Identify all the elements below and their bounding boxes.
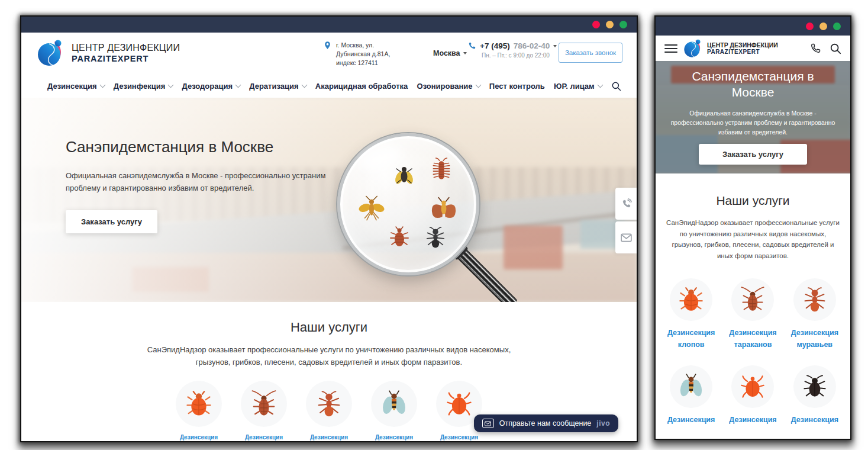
callback-tool-button[interactable] <box>615 188 637 220</box>
tick-icon <box>446 390 473 417</box>
nav-search-button[interactable] <box>611 81 621 91</box>
nav-item-ozonirovanie[interactable]: Озонирование <box>417 82 480 91</box>
nav-label: Дезинфекция <box>114 82 165 91</box>
nav-label: Акарицидная обработка <box>315 82 408 91</box>
service-label: Дезинсекция <box>245 434 283 441</box>
service-item-muravev[interactable]: Дезинсекциямуравьев <box>301 381 357 441</box>
service-item-tarakanov[interactable]: Дезинсекциятараканов <box>236 381 292 441</box>
service-label: Дезинсекция <box>791 329 838 337</box>
phone-button[interactable] <box>809 43 821 54</box>
hero-title: Санэпидемстанция в Москве <box>656 68 850 101</box>
logo[interactable]: ЦЕНТР ДЕЗИНФЕКЦИИ PARAZITEXPERT <box>683 38 778 58</box>
ringing-phone-icon <box>620 198 633 210</box>
phone-number: +7 (495) 786-02-40 <box>467 41 557 50</box>
service-item-os[interactable]: Дезинсекция <box>660 365 722 426</box>
louse-icon <box>388 225 411 249</box>
chevron-down-icon <box>168 82 174 88</box>
cockroach-icon <box>250 390 277 417</box>
ant-icon <box>802 287 828 313</box>
services-title: Наши услуги <box>21 320 637 335</box>
close-window-dot[interactable] <box>806 22 814 30</box>
nav-label: Дератизация <box>249 82 298 91</box>
service-item-tarakanov[interactable]: Дезинсекциятараканов <box>722 278 783 351</box>
bedbug-icon <box>185 390 212 417</box>
envelope-icon <box>621 233 632 242</box>
maximize-window-dot[interactable] <box>619 21 627 28</box>
bedbug-icon <box>678 287 704 313</box>
brand-text: ЦЕНТР ДЕЗИНФЕКЦИИ PARAZITEXPERT <box>72 43 180 63</box>
hero-description: Официальная санэпидемслужба в Москве - п… <box>656 108 850 137</box>
service-label: Дезинсекция <box>729 416 776 424</box>
logo-icon <box>37 38 65 67</box>
order-service-button[interactable]: Заказать услугу <box>699 144 807 165</box>
nav-item-pest-kontrol[interactable]: Пест контроль <box>489 82 545 91</box>
wasp-icon <box>678 374 704 400</box>
ant-black-icon <box>424 226 447 249</box>
nav-label: Озонирование <box>417 82 473 91</box>
magnifier-glass <box>337 133 479 275</box>
mobile-services-section: Наши услуги СанЭпидНадзор оказывает проф… <box>656 173 850 439</box>
phone-block[interactable]: +7 (495) 786-02-40 Пн. – Пт.: с 9:00 до … <box>467 41 557 59</box>
nav-item-dezinsekciya[interactable]: Дезинсекция <box>47 82 105 91</box>
hero-copy: Санэпидемстанция в Москве Официальная са… <box>656 61 850 173</box>
minimize-window-dot[interactable] <box>606 21 614 28</box>
address-block: г. Москва, ул. Дубнинская д.81А, индекс … <box>323 41 390 68</box>
search-icon <box>830 43 841 54</box>
working-hours: Пн. – Пт.: с 9:00 до 22:00 <box>482 52 557 59</box>
cockroach-icon <box>740 287 766 313</box>
location-pin-icon <box>323 41 332 50</box>
service-item-klopov[interactable]: Дезинсекцияклопов <box>171 381 227 441</box>
logo[interactable]: ЦЕНТР ДЕЗИНФЕКЦИИ PARAZITEXPERT <box>37 38 180 67</box>
nav-item-deratizaciya[interactable]: Дератизация <box>249 82 306 91</box>
service-label: тараканов <box>734 340 772 349</box>
service-item-klopov[interactable]: Дезинсекцияклопов <box>660 278 722 351</box>
city-selector[interactable]: Москва <box>433 49 467 57</box>
nav-item-dezodoraciya[interactable]: Дезодорация <box>182 82 241 91</box>
wasp-yellow-icon <box>358 194 385 221</box>
beetle-icon <box>802 374 828 400</box>
address-line: г. Москва, ул. <box>336 41 390 50</box>
phone-icon <box>467 41 476 50</box>
nav-label: Дезинсекция <box>47 82 97 91</box>
email-tool-button[interactable] <box>615 221 637 253</box>
service-item-os-i-shershney[interactable]: Дезинсекцияос и шершней <box>366 381 422 441</box>
caret-down-icon <box>463 52 467 54</box>
hero-title: Санэпидемстанция в Москве <box>66 138 350 156</box>
nav-item-akaricidnaya[interactable]: Акарицидная обработка <box>315 82 408 91</box>
nav-item-yur-licam[interactable]: ЮР. лицам <box>554 82 602 91</box>
phone-rest: 786-02-40 <box>514 41 550 50</box>
nav-label: ЮР. лицам <box>554 82 595 91</box>
envelope-icon <box>482 419 494 428</box>
nav-label: Дезодорация <box>182 82 233 91</box>
floating-contact-panel <box>615 188 637 255</box>
hero-copy: Санэпидемстанция в Москве Официальная са… <box>66 138 350 233</box>
order-service-button[interactable]: Заказать услугу <box>66 210 157 233</box>
hero-description: Официальная санэпидемслужба в Москве - п… <box>66 169 350 195</box>
chat-widget[interactable]: Отправьте нам сообщение jivo <box>474 414 618 432</box>
mobile-browser-window: ЦЕНТР ДЕЗИНФЕКЦИИ PARAZITEXPERT Санэпиде… <box>656 17 850 439</box>
maximize-window-dot[interactable] <box>833 22 841 30</box>
brand-subname: PARAZITEXPERT <box>707 49 778 55</box>
close-window-dot[interactable] <box>592 21 600 28</box>
desktop-browser-window: ЦЕНТР ДЕЗИНФЕКЦИИ PARAZITEXPERT г. Москв… <box>21 17 637 441</box>
logo-icon <box>683 38 703 58</box>
service-label: Дезинсекция <box>667 329 715 337</box>
services-description: СанЭпидНадзор оказывает профессиональные… <box>656 217 850 262</box>
chevron-down-icon <box>301 82 307 88</box>
minimize-window-dot[interactable] <box>819 22 827 30</box>
nav-item-dezinfekciya[interactable]: Дезинфекция <box>114 82 173 91</box>
fly-icon <box>392 163 416 187</box>
phone-icon <box>809 43 821 54</box>
mobile-hero-section: Санэпидемстанция в Москве Официальная са… <box>656 61 850 173</box>
address-text: г. Москва, ул. Дубнинская д.81А, индекс … <box>336 41 390 68</box>
services-title: Наши услуги <box>656 194 850 208</box>
order-call-button[interactable]: Заказать звонок <box>559 43 622 63</box>
service-item-zhukov[interactable]: Дезинсекция <box>784 365 846 426</box>
hamburger-menu-icon[interactable] <box>664 42 677 55</box>
service-item-kleshchey[interactable]: Дезинсекция <box>722 365 783 426</box>
search-button[interactable] <box>830 43 841 54</box>
service-label: Дезинсекция <box>791 416 838 424</box>
centipede-icon <box>429 158 454 182</box>
service-item-muravev[interactable]: Дезинсекциямуравьев <box>784 278 846 351</box>
chevron-down-icon <box>99 82 105 88</box>
